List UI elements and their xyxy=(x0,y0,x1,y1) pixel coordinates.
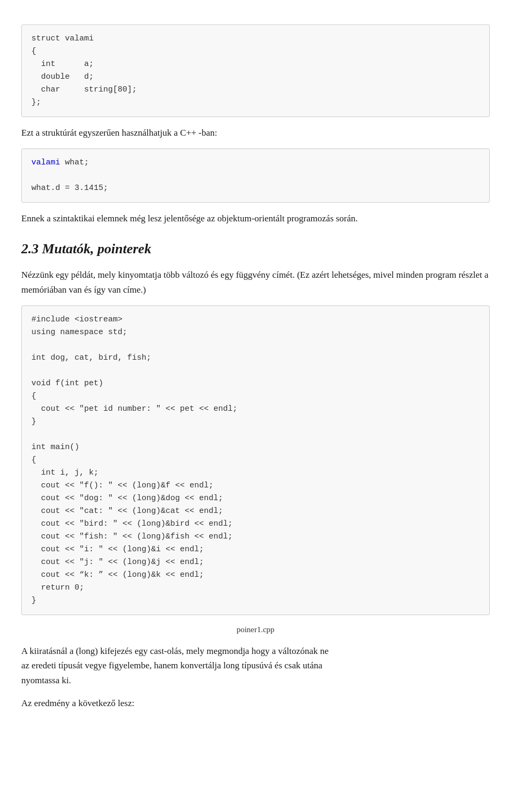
section-heading-pointers: 2.3 Mutatók, pointerek xyxy=(21,238,490,259)
prose-cast-line2: az eredeti típusát vegye figyelembe, han… xyxy=(21,660,323,670)
code-block-program: #include <iostream> using namespace std;… xyxy=(21,305,490,636)
code-block-valami: valami what; what.d = 3.1415; xyxy=(21,148,490,203)
code-content-program: #include <iostream> using namespace std;… xyxy=(21,305,490,615)
prose-cast-explanation: A kiiratásnál a (long) kifejezés egy cas… xyxy=(21,644,490,687)
prose-introduction: Ezt a struktúrát egyszerűen használhatju… xyxy=(21,126,490,140)
prose-section-intro: Nézzünk egy példát, mely kinyomtatja töb… xyxy=(21,268,490,296)
code-block-struct: struct valami { int a; double d; char st… xyxy=(21,24,490,117)
prose-result-intro: Az eredmény a következő lesz: xyxy=(21,696,490,710)
code-content-valami: valami what; what.d = 3.1415; xyxy=(21,148,490,203)
prose-significance: Ennek a szintaktikai elemnek még lesz je… xyxy=(21,211,490,226)
prose-cast-line1: A kiiratásnál a (long) kifejezés egy cas… xyxy=(21,646,328,656)
keyword-valami: valami xyxy=(31,158,60,167)
code-caption: poiner1.cpp xyxy=(21,624,490,636)
prose-cast-line3: nyomtassa ki. xyxy=(21,675,71,685)
code-content-struct: struct valami { int a; double d; char st… xyxy=(21,24,490,117)
